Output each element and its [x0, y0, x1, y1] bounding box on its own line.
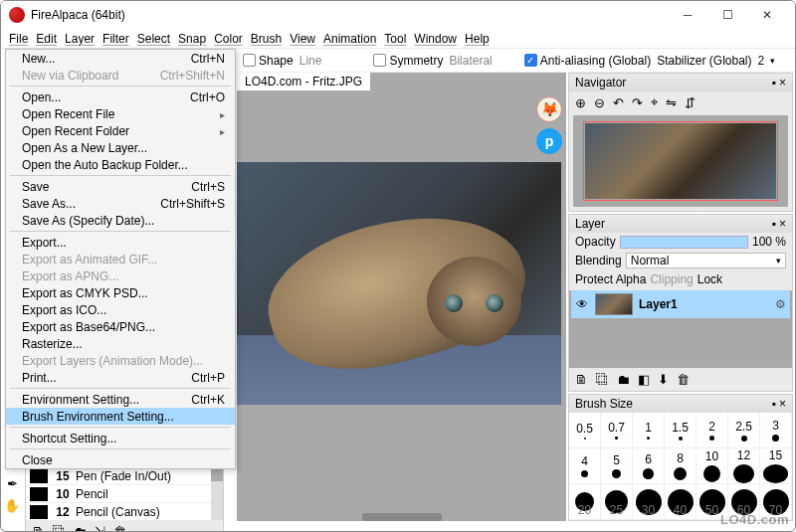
brush-size-cell[interactable]: 8 [665, 448, 696, 484]
brush-size-cell[interactable]: 1.5 [665, 413, 696, 448]
hand-tool-icon[interactable]: ✋ [3, 496, 21, 514]
duplicate-layer-icon[interactable]: ⿻ [596, 372, 609, 387]
brush-row[interactable]: 15Pen (Fade In/Out) [26, 467, 223, 485]
brush-size-cell[interactable]: 2.5 [728, 413, 760, 448]
zoom-out-icon[interactable]: ⊖ [594, 95, 605, 110]
stabilizer-value[interactable]: 2 [758, 54, 765, 68]
brush-row[interactable]: 12Pencil (Canvas) [26, 503, 223, 521]
file-menu-item[interactable]: Export as ICO... [6, 301, 235, 318]
brush-row[interactable]: 10Pencil [26, 485, 223, 503]
brush-size-cell[interactable]: 2 [696, 413, 728, 448]
tab-document[interactable]: LO4D.com - Fritz.JPG [237, 73, 370, 90]
layer-settings-icon[interactable]: ⚙ [775, 297, 786, 311]
folder-layer-icon[interactable]: 🖿 [617, 372, 630, 387]
fit-icon[interactable]: ⌖ [651, 94, 658, 110]
file-menu-item[interactable]: Save As (Specify Date)... [6, 212, 235, 229]
flip-v-icon[interactable]: ⇵ [685, 95, 696, 110]
eyedropper2-icon[interactable]: ✒ [3, 474, 21, 492]
brush-size-cell[interactable]: 0.7 [601, 413, 633, 448]
maximize-button[interactable]: ☐ [707, 1, 747, 29]
symmetry-checkbox[interactable]: Symmetry [373, 54, 443, 68]
delete-layer-icon[interactable]: 🗑 [677, 372, 690, 387]
menu-edit[interactable]: Edit [32, 32, 61, 46]
file-menu-item[interactable]: Open As a New Layer... [6, 139, 235, 156]
menu-color[interactable]: Color [210, 32, 247, 46]
brush-size-cell[interactable]: 3 [760, 413, 792, 448]
brush-size-cell[interactable]: 6 [633, 448, 665, 484]
brush-size-cell[interactable]: 1 [633, 413, 665, 448]
file-menu-item[interactable]: Export as APNG... [6, 267, 235, 284]
file-menu-item[interactable]: Export as Animated GIF... [6, 251, 235, 267]
menu-window[interactable]: Window [410, 32, 461, 46]
layer-item[interactable]: 👁 Layer1 ⚙ [571, 290, 790, 318]
file-menu-item[interactable]: Open Recent Folder [6, 122, 235, 139]
panel-pin-icon[interactable]: ▪ × [771, 76, 786, 89]
minimize-button[interactable]: ─ [668, 1, 707, 29]
zoom-in-icon[interactable]: ⊕ [575, 95, 586, 110]
visibility-icon[interactable]: 👁 [575, 297, 589, 311]
mascot-badge-icon[interactable]: 🦊 [536, 96, 562, 122]
file-menu-item[interactable]: Export as CMYK PSD... [6, 284, 235, 301]
navigator-preview[interactable] [573, 115, 788, 207]
opacity-slider[interactable] [620, 236, 748, 249]
mask-layer-icon[interactable]: ◧ [638, 372, 650, 387]
import-brush-icon[interactable]: ⇲ [95, 524, 105, 532]
panel-pin-icon[interactable]: ▪ × [771, 397, 786, 411]
rotate-left-icon[interactable]: ↶ [613, 95, 624, 110]
canvas-area[interactable]: 🦊 p [237, 90, 566, 521]
file-menu-item[interactable]: Print...Ctrl+P [6, 369, 235, 386]
file-menu-item[interactable]: Brush Environment Setting... [6, 408, 235, 425]
file-menu-item[interactable]: Export... [6, 234, 235, 251]
merge-down-icon[interactable]: ⬇ [658, 372, 669, 387]
file-menu-item[interactable]: Environment Setting...Ctrl+K [6, 391, 235, 408]
protect-alpha-checkbox[interactable]: Protect Alpha [575, 272, 646, 286]
menu-tool[interactable]: Tool [380, 32, 410, 46]
brush-size-cell[interactable]: 10 [696, 448, 728, 484]
brush-size-cell[interactable]: 4 [569, 448, 601, 484]
flip-h-icon[interactable]: ⇋ [666, 95, 677, 110]
file-menu-item[interactable]: Save As...Ctrl+Shift+S [6, 195, 235, 212]
rotate-right-icon[interactable]: ↷ [632, 95, 643, 110]
menu-layer[interactable]: Layer [61, 32, 99, 46]
duplicate-brush-icon[interactable]: ⿻ [53, 524, 66, 532]
menu-select[interactable]: Select [133, 32, 174, 46]
clipping-checkbox[interactable]: Clipping [650, 272, 693, 286]
close-button[interactable]: ✕ [747, 1, 787, 29]
delete-brush-icon[interactable]: 🗑 [113, 524, 126, 532]
brush-size-cell[interactable]: 5 [601, 448, 633, 484]
shape-checkbox[interactable]: Shape [243, 54, 294, 68]
brush-size-cell[interactable]: 12 [728, 448, 760, 484]
brush-size-cell[interactable]: 30 [633, 484, 665, 520]
lock-checkbox[interactable]: Lock [697, 272, 722, 286]
file-menu-item[interactable]: New via ClipboardCtrl+Shift+N [6, 67, 235, 84]
brush-size-cell[interactable]: 25 [601, 484, 633, 520]
brush-size-cell[interactable]: 15 [760, 448, 792, 484]
brush-size-cell[interactable]: 40 [665, 484, 696, 520]
add-brush-icon[interactable]: 🗎 [32, 524, 45, 532]
file-menu-item[interactable]: Shortcut Setting... [6, 430, 235, 446]
antialias-checkbox[interactable]: ✓Anti-aliasing (Global) [524, 54, 651, 68]
file-menu-item[interactable]: New...Ctrl+N [6, 50, 235, 67]
panel-pin-icon[interactable]: ▪ × [771, 217, 786, 231]
menu-filter[interactable]: Filter [99, 32, 133, 46]
menu-animation[interactable]: Animation [319, 32, 380, 46]
blending-select[interactable]: Normal▾ [626, 253, 786, 268]
file-menu-item[interactable]: Open...Ctrl+O [6, 89, 235, 105]
file-menu-item[interactable]: Close [6, 451, 235, 468]
file-menu-item[interactable]: Export Layers (Animation Mode)... [6, 352, 235, 369]
dropdown-icon[interactable]: ▾ [770, 56, 775, 66]
menu-file[interactable]: File [5, 32, 32, 46]
brush-size-cell[interactable]: 20 [569, 484, 601, 520]
canvas-image[interactable] [237, 162, 561, 405]
brush-size-cell[interactable]: 0.5 [569, 413, 601, 448]
pixiv-badge-icon[interactable]: p [536, 128, 562, 154]
menu-snap[interactable]: Snap [174, 32, 210, 46]
file-menu-item[interactable]: Open the Auto Backup Folder... [6, 156, 235, 173]
horizontal-scrollbar[interactable] [362, 513, 442, 521]
folder-brush-icon[interactable]: 🖿 [74, 524, 87, 532]
menu-help[interactable]: Help [461, 32, 494, 46]
file-menu-item[interactable]: SaveCtrl+S [6, 178, 235, 195]
file-menu-item[interactable]: Open Recent File [6, 105, 235, 122]
new-layer-icon[interactable]: 🗎 [575, 372, 588, 387]
file-menu-item[interactable]: Rasterize... [6, 335, 235, 352]
